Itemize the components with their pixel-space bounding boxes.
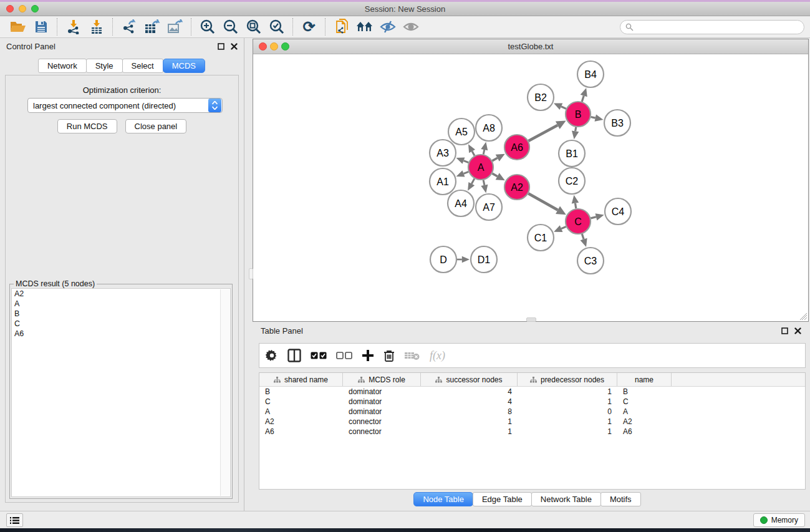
- table-row[interactable]: A6connector11A6: [259, 427, 805, 437]
- optimization-criterion-select[interactable]: largest connected component (directed): [27, 98, 223, 113]
- show-all-icon[interactable]: [399, 17, 422, 36]
- table-cell[interactable]: 1: [518, 387, 617, 396]
- table-cell[interactable]: 0: [518, 407, 617, 416]
- table-cell[interactable]: 4: [421, 397, 518, 406]
- export-table-icon[interactable]: [140, 17, 163, 36]
- close-panel-button[interactable]: Close panel: [125, 119, 187, 133]
- hide-selected-icon[interactable]: [376, 17, 399, 36]
- column-header-successor-nodes[interactable]: successor nodes: [421, 373, 518, 386]
- add-column-icon[interactable]: [362, 349, 374, 362]
- table-cell[interactable]: B: [259, 387, 343, 396]
- export-network-icon[interactable]: [117, 17, 140, 36]
- tab-mcds[interactable]: MCDS: [163, 59, 205, 73]
- edge-C-C3[interactable]: [582, 234, 584, 239]
- tab-select[interactable]: Select: [122, 59, 163, 73]
- edge-A-A6[interactable]: [492, 158, 497, 161]
- table-cell[interactable]: C: [259, 397, 343, 406]
- table-row[interactable]: Bdominator41B: [259, 387, 805, 397]
- table-cell[interactable]: A6: [259, 427, 343, 436]
- search-field[interactable]: [620, 20, 804, 34]
- column-layout-icon[interactable]: [287, 349, 301, 362]
- column-header-shared-name[interactable]: shared name: [259, 373, 343, 386]
- import-table-icon[interactable]: [85, 17, 108, 36]
- edge-B-B1[interactable]: [576, 127, 576, 132]
- memory-button[interactable]: Memory: [753, 513, 805, 527]
- delete-table-icon[interactable]: [404, 351, 420, 360]
- table-cell[interactable]: 1: [518, 427, 617, 436]
- mcds-result-item[interactable]: A: [12, 299, 230, 309]
- edge-C-C1[interactable]: [561, 226, 566, 228]
- mcds-result-item[interactable]: B: [12, 309, 230, 319]
- delete-column-icon[interactable]: [383, 349, 395, 362]
- run-mcds-button[interactable]: Run MCDS: [57, 119, 117, 133]
- zoom-selected-icon[interactable]: [265, 17, 288, 36]
- edge-A-A1[interactable]: [463, 172, 468, 173]
- table-cell[interactable]: 1: [518, 417, 617, 426]
- table-cell[interactable]: dominator: [343, 387, 421, 396]
- table-row[interactable]: Cdominator41C: [259, 397, 805, 407]
- new-network-from-selection-icon[interactable]: [330, 17, 353, 36]
- table-cell[interactable]: A: [617, 407, 672, 416]
- mcds-result-list[interactable]: A2ABCA6: [11, 288, 231, 497]
- table-cell[interactable]: C: [617, 397, 672, 406]
- edge-C-C4[interactable]: [591, 217, 596, 218]
- table-cell[interactable]: A2: [259, 417, 343, 426]
- function-builder-icon[interactable]: f(x): [430, 349, 445, 362]
- tab-edge-table[interactable]: Edge Table: [473, 492, 532, 506]
- close-table-panel-icon[interactable]: [794, 327, 801, 334]
- edge-B-B2[interactable]: [561, 107, 566, 109]
- zoom-in-icon[interactable]: [196, 17, 219, 36]
- edge-A-A7[interactable]: [483, 180, 485, 185]
- tab-style[interactable]: Style: [86, 59, 123, 73]
- table-cell[interactable]: dominator: [343, 397, 421, 406]
- edge-A6-B[interactable]: [528, 125, 557, 141]
- float-table-panel-icon[interactable]: [781, 327, 788, 334]
- table-cell[interactable]: 1: [421, 417, 518, 426]
- result-scrollbar[interactable]: [220, 289, 229, 496]
- table-cell[interactable]: 8: [421, 407, 518, 416]
- search-input[interactable]: [637, 23, 804, 32]
- table-cell[interactable]: 1: [421, 427, 518, 436]
- deselect-all-checkboxes-icon[interactable]: [336, 352, 352, 359]
- close-panel-icon[interactable]: [231, 43, 238, 50]
- open-file-icon[interactable]: [6, 17, 29, 36]
- mcds-result-item[interactable]: C: [12, 319, 230, 329]
- tab-network-table[interactable]: Network Table: [531, 492, 601, 506]
- table-row[interactable]: Adominator80A: [259, 407, 805, 417]
- table-cell[interactable]: connector: [343, 417, 421, 426]
- column-header-MCDS-role[interactable]: MCDS role: [343, 373, 421, 386]
- table-cell[interactable]: 1: [518, 397, 617, 406]
- network-canvas[interactable]: B4B2BB3A8A5A6A3B1AA1C2A2A4A7C4CC1C3DD1: [253, 54, 808, 321]
- edge-A-A4[interactable]: [471, 178, 475, 183]
- tab-motifs[interactable]: Motifs: [600, 492, 641, 506]
- tab-network[interactable]: Network: [38, 59, 87, 73]
- show-panels-button[interactable]: [6, 513, 23, 527]
- vertical-splitter-handle[interactable]: [249, 268, 253, 279]
- table-cell[interactable]: A: [259, 407, 343, 416]
- edge-A-A3[interactable]: [463, 161, 468, 163]
- edge-C-C2[interactable]: [575, 203, 576, 209]
- table-cell[interactable]: B: [617, 387, 672, 396]
- table-cell[interactable]: 4: [421, 387, 518, 396]
- table-row[interactable]: A2connector11A2: [259, 417, 805, 427]
- node-table[interactable]: shared nameMCDS rolesuccessor nodesprede…: [259, 372, 806, 490]
- table-cell[interactable]: connector: [343, 427, 421, 436]
- edge-A-A5[interactable]: [472, 151, 475, 155]
- refresh-icon[interactable]: ⟳: [297, 17, 321, 36]
- gear-icon[interactable]: [266, 349, 278, 362]
- tab-node-table[interactable]: Node Table: [413, 492, 473, 506]
- mcds-result-item[interactable]: A6: [12, 329, 230, 339]
- zoom-out-icon[interactable]: [219, 17, 242, 36]
- import-network-icon[interactable]: [62, 17, 85, 36]
- horizontal-splitter-handle[interactable]: [526, 317, 536, 322]
- edge-A2-C[interactable]: [528, 193, 557, 210]
- select-all-checkboxes-icon[interactable]: [311, 352, 327, 359]
- table-cell[interactable]: dominator: [343, 407, 421, 416]
- column-header-name[interactable]: name: [617, 373, 672, 386]
- edge-A-A2[interactable]: [492, 173, 497, 177]
- edge-A-A8[interactable]: [483, 150, 485, 154]
- table-cell[interactable]: A2: [617, 417, 672, 426]
- table-cell[interactable]: A6: [617, 427, 672, 436]
- export-image-icon[interactable]: [163, 17, 186, 36]
- save-session-icon[interactable]: [29, 17, 52, 36]
